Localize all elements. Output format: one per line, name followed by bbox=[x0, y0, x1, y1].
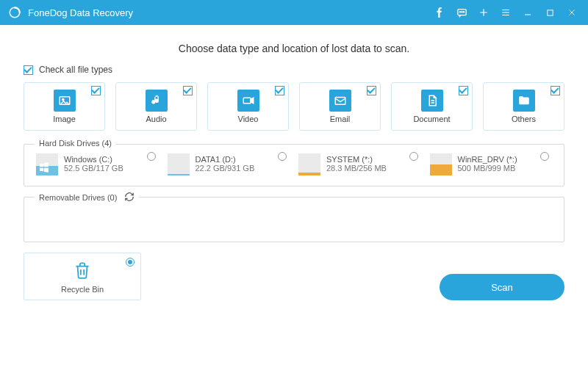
drive-size: 52.5 GB/117 GB bbox=[64, 164, 123, 173]
checkbox-icon bbox=[183, 86, 193, 95]
svg-point-4 bbox=[463, 11, 464, 12]
document-icon bbox=[421, 90, 443, 112]
page-title: Choose data type and location of lost da… bbox=[24, 43, 564, 54]
hdd-legend: Hard Disk Drives (4) bbox=[35, 139, 116, 148]
filetype-label: Audio bbox=[146, 115, 166, 123]
checkbox-icon bbox=[24, 65, 33, 75]
video-icon bbox=[237, 90, 259, 112]
drive-name: Windows (C:) bbox=[64, 155, 123, 164]
svg-rect-9 bbox=[335, 98, 345, 105]
email-icon bbox=[329, 90, 351, 112]
recycle-bin-option[interactable]: Recycle Bin bbox=[24, 253, 141, 300]
refresh-icon[interactable] bbox=[124, 192, 135, 203]
radio-icon bbox=[278, 152, 287, 161]
facebook-icon[interactable] bbox=[431, 4, 448, 21]
svg-point-7 bbox=[62, 98, 63, 100]
checkbox-icon bbox=[91, 86, 101, 95]
menu-icon[interactable] bbox=[497, 4, 514, 21]
filetype-label: Email bbox=[330, 115, 351, 123]
removable-legend: Removable Drives (0) bbox=[35, 192, 139, 203]
drive-item[interactable]: Windows (C:)52.5 GB/117 GB bbox=[36, 153, 159, 175]
image-icon bbox=[54, 90, 76, 112]
title-bar: FoneDog Data Recovery bbox=[0, 0, 588, 25]
close-button[interactable] bbox=[563, 4, 581, 21]
filetype-card-image[interactable]: Image bbox=[24, 82, 105, 131]
drive-item[interactable]: SYSTEM (*:)28.3 MB/256 MB bbox=[298, 153, 421, 175]
check-all-checkbox[interactable]: Check all file types bbox=[24, 65, 564, 75]
footer-area: Recycle Bin Scan bbox=[24, 253, 564, 300]
filetype-label: Others bbox=[512, 115, 536, 123]
filetype-card-audio[interactable]: Audio bbox=[115, 82, 197, 131]
radio-icon bbox=[126, 258, 135, 267]
app-logo bbox=[7, 5, 22, 20]
svg-rect-8 bbox=[243, 98, 251, 104]
drive-size: 500 MB/999 MB bbox=[458, 164, 517, 173]
drive-size: 22.2 GB/931 GB bbox=[196, 164, 255, 173]
drive-usage-icon bbox=[168, 153, 190, 175]
removable-legend-text: Removable Drives (0) bbox=[39, 193, 117, 202]
drive-size: 28.3 MB/256 MB bbox=[326, 164, 387, 173]
drive-name: WinRE_DRV (*:) bbox=[458, 155, 517, 164]
svg-rect-5 bbox=[547, 10, 552, 15]
svg-point-2 bbox=[459, 11, 460, 12]
drive-name: DATA1 (D:) bbox=[196, 155, 255, 164]
windows-icon bbox=[38, 162, 51, 175]
check-all-label: Check all file types bbox=[39, 65, 112, 75]
filetype-card-video[interactable]: Video bbox=[207, 82, 289, 131]
filetype-label: Video bbox=[238, 115, 259, 123]
filetype-label: Image bbox=[53, 115, 76, 123]
folder-icon bbox=[513, 90, 535, 112]
radio-icon bbox=[147, 152, 156, 161]
scan-button[interactable]: Scan bbox=[440, 274, 564, 300]
drive-usage-icon bbox=[430, 153, 452, 175]
drive-item[interactable]: DATA1 (D:)22.2 GB/931 GB bbox=[168, 153, 290, 175]
drive-usage-icon bbox=[298, 153, 320, 175]
filetype-card-email[interactable]: Email bbox=[299, 82, 381, 131]
hdd-legend-text: Hard Disk Drives (4) bbox=[39, 139, 112, 148]
filetype-cards: ImageAudioVideoEmailDocumentOthers bbox=[24, 82, 564, 131]
radio-icon bbox=[409, 152, 418, 161]
checkbox-icon bbox=[551, 86, 560, 95]
drive-item[interactable]: WinRE_DRV (*:)500 MB/999 MB bbox=[430, 153, 553, 175]
removable-panel: Removable Drives (0) bbox=[24, 197, 564, 242]
radio-icon bbox=[540, 152, 549, 161]
hdd-drive-list: Windows (C:)52.5 GB/117 GBDATA1 (D:)22.2… bbox=[36, 153, 552, 175]
drive-usage-icon bbox=[36, 153, 58, 175]
audio-icon bbox=[146, 90, 168, 112]
maximize-button[interactable] bbox=[541, 4, 559, 21]
filetype-label: Document bbox=[413, 115, 450, 123]
trash-icon bbox=[73, 261, 92, 282]
feedback-icon[interactable] bbox=[453, 4, 470, 21]
recycle-bin-label: Recycle Bin bbox=[61, 285, 104, 294]
app-title: FoneDog Data Recovery bbox=[28, 7, 426, 18]
checkbox-icon bbox=[459, 86, 468, 95]
drive-name: SYSTEM (*:) bbox=[326, 155, 387, 164]
main-content: Choose data type and location of lost da… bbox=[0, 25, 588, 309]
svg-point-3 bbox=[461, 11, 462, 12]
hdd-panel: Hard Disk Drives (4) Windows (C:)52.5 GB… bbox=[24, 144, 564, 186]
plus-icon[interactable] bbox=[475, 4, 492, 21]
checkbox-icon bbox=[275, 86, 284, 95]
filetype-card-document[interactable]: Document bbox=[391, 82, 473, 131]
filetype-card-others[interactable]: Others bbox=[483, 82, 564, 131]
checkbox-icon bbox=[367, 86, 376, 95]
minimize-button[interactable] bbox=[519, 4, 537, 21]
